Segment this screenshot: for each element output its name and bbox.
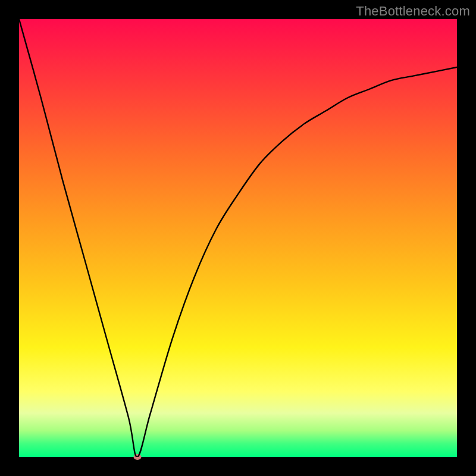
- watermark-text: TheBottleneck.com: [356, 4, 470, 19]
- plot-area: [19, 19, 457, 457]
- chart-frame: TheBottleneck.com: [0, 0, 476, 476]
- bottleneck-curve: [19, 19, 457, 457]
